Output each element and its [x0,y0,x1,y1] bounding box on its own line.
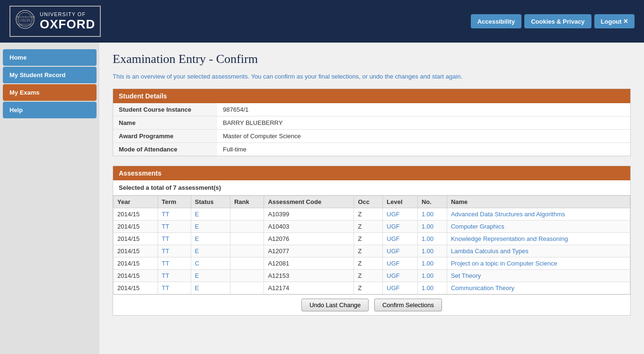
term-link: TT [162,284,169,292]
level-link: UGF [387,235,399,242]
logout-button[interactable]: Logout [594,14,635,28]
column-header: Status [191,196,230,208]
no-link: 1.00 [422,235,433,242]
no-link: 1.00 [422,272,433,279]
level-cell: UGF [383,233,418,245]
column-header: Occ [354,196,383,208]
no-cell: 1.00 [417,221,447,233]
level-cell: UGF [383,208,418,221]
term-cell: TT [158,221,191,233]
no-cell: 1.00 [417,282,447,294]
status-cell: E [191,208,230,221]
svg-text:MDCCCXC: MDCCCXC [18,23,32,26]
status-link: E [195,248,199,255]
occ-cell: Z [354,221,383,233]
rank-cell [230,233,264,245]
code-cell: A10399 [264,208,354,221]
assessment-name-link: Communication Theory [451,284,514,292]
page-title: Examination Entry - Confirm [113,52,631,66]
no-link: 1.00 [422,260,433,267]
no-link: 1.00 [422,284,433,292]
term-link: TT [162,223,169,230]
occ-cell: Z [354,282,383,294]
occ-cell: Z [354,208,383,221]
year-cell: 2014/15 [114,221,158,233]
sidebar-item-my-student-record[interactable]: My Student Record [3,67,97,83]
accessibility-button[interactable]: Accessibility [471,14,522,28]
term-link: TT [162,248,169,255]
assessment-name-link: Advanced Data Structures and Algorithms [451,211,565,218]
name-cell: Project on a topic in Computer Science [447,257,630,270]
status-link: E [195,211,199,218]
table-row: Award ProgrammeMaster of Computer Scienc… [113,130,630,143]
status-link: E [195,284,199,292]
occ-cell: Z [354,233,383,245]
field-label: Student Course Instance [113,103,217,116]
level-link: UGF [387,248,399,255]
column-header: Year [114,196,158,208]
status-link: E [195,235,199,242]
term-link: TT [162,272,169,279]
assessment-name-link: Lambda Calculus and Types [451,248,529,255]
no-link: 1.00 [422,211,433,218]
status-cell: E [191,233,230,245]
svg-text:OXON: OXON [19,18,30,23]
table-row: 2014/15 TT E A12077 Z UGF 1.00 Lambda Ca… [114,245,630,257]
status-cell: E [191,270,230,282]
field-label: Mode of Attendance [113,143,217,156]
status-cell: C [191,257,230,270]
student-details-section: Student Details Student Course Instance9… [113,88,631,156]
assessments-section: Assessments Selected a total of 7 assess… [113,166,631,316]
rank-cell [230,257,264,270]
status-link: E [195,272,199,279]
cookies-privacy-button[interactable]: Cookies & Privacy [524,14,591,28]
table-row: Mode of AttendanceFull-time [113,143,630,156]
table-row: 2014/15 TT E A12174 Z UGF 1.00 Communica… [114,282,630,294]
oxford-label: OXFORD [40,17,95,32]
code-cell: A12077 [264,245,354,257]
year-cell: 2014/15 [114,208,158,221]
confirm-selections-button[interactable]: Confirm Selections [374,299,442,311]
rank-cell [230,245,264,257]
status-cell: E [191,245,230,257]
occ-cell: Z [354,270,383,282]
name-cell: Lambda Calculus and Types [447,245,630,257]
sidebar-item-my-exams[interactable]: My Exams [3,84,97,101]
student-details-header: Student Details [113,89,630,103]
level-link: UGF [387,272,399,279]
field-label: Award Programme [113,130,217,143]
level-link: UGF [387,260,399,267]
level-cell: UGF [383,221,418,233]
undo-last-change-button[interactable]: Undo Last Change [301,299,369,311]
university-of-label: UNIVERSITY OF [40,11,95,17]
level-cell: UGF [383,270,418,282]
level-cell: UGF [383,257,418,270]
table-row: 2014/15 TT E A12153 Z UGF 1.00 Set Theor… [114,270,630,282]
no-cell: 1.00 [417,208,447,221]
no-link: 1.00 [422,248,433,255]
rank-cell [230,282,264,294]
term-cell: TT [158,208,191,221]
table-row: Student Course Instance987654/1 [113,103,630,116]
year-cell: 2014/15 [114,282,158,294]
table-row: NameBARRY BLUEBERRY [113,116,630,130]
field-value: 987654/1 [217,103,630,116]
no-cell: 1.00 [417,257,447,270]
header-buttons: Accessibility Cookies & Privacy Logout [471,14,635,28]
sidebar-item-home[interactable]: Home [3,49,97,66]
sidebar-item-help[interactable]: Help [3,102,97,118]
logo: UNIVERSITAS OXON MDCCCXC UNIVERSITY OF O… [9,6,101,37]
table-row: 2014/15 TT E A10399 Z UGF 1.00 Advanced … [114,208,630,221]
term-cell: TT [158,257,191,270]
table-row: 2014/15 TT E A12076 Z UGF 1.00 Knowledge… [114,233,630,245]
status-cell: E [191,282,230,294]
table-row: 2014/15 TT C A12081 Z UGF 1.00 Project o… [114,257,630,270]
no-link: 1.00 [422,223,433,230]
field-value: Full-time [217,143,630,156]
term-cell: TT [158,282,191,294]
term-link: TT [162,235,169,242]
assessment-name-link: Project on a topic in Computer Science [451,260,557,267]
rank-cell [230,208,264,221]
no-cell: 1.00 [417,233,447,245]
assessments-header: Assessments [113,166,630,180]
